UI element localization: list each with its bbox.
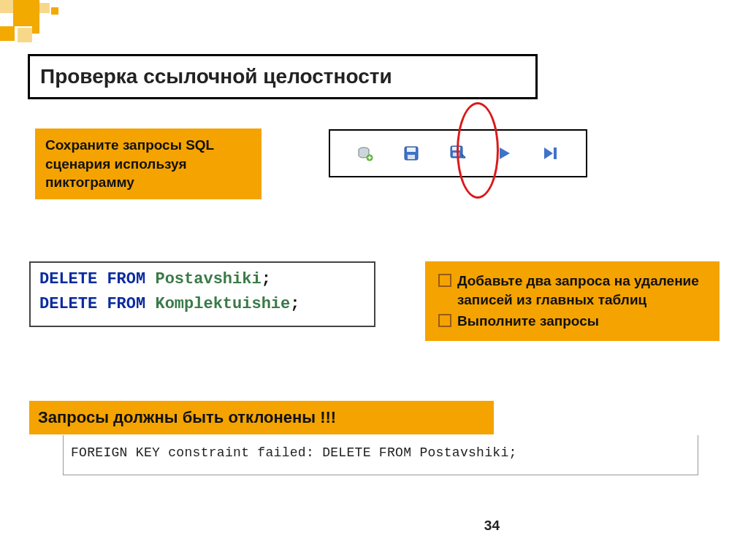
task-item: Добавьте два запроса на удаление записей… bbox=[435, 272, 709, 309]
svg-rect-10 bbox=[554, 147, 557, 159]
save-as-icon bbox=[449, 145, 467, 162]
svg-marker-9 bbox=[544, 147, 553, 159]
error-message: FOREIGN KEY constraint failed: DELETE FR… bbox=[63, 435, 698, 475]
reject-header: Запросы должны быть отклонены !!! bbox=[29, 401, 494, 434]
svg-rect-7 bbox=[453, 153, 459, 156]
slide-title: Проверка ссылочной целостности bbox=[28, 54, 538, 99]
svg-marker-8 bbox=[500, 147, 510, 159]
svg-rect-3 bbox=[407, 147, 416, 152]
sql-keyword: DELETE FROM bbox=[39, 270, 145, 288]
sql-keyword: DELETE FROM bbox=[39, 295, 145, 313]
db-add-icon bbox=[356, 145, 374, 162]
toolbar-screenshot bbox=[329, 129, 587, 177]
task-list: Добавьте два запроса на удаление записей… bbox=[425, 261, 720, 341]
svg-rect-4 bbox=[408, 155, 415, 159]
sql-table: Komplektuishie bbox=[155, 295, 290, 313]
play-icon bbox=[496, 145, 514, 162]
task-item: Выполните запросы bbox=[435, 312, 709, 331]
sql-code: DELETE FROM Postavshiki; DELETE FROM Kom… bbox=[29, 261, 375, 327]
sql-line: DELETE FROM Postavshiki; bbox=[39, 267, 365, 292]
corner-decoration bbox=[0, 0, 80, 51]
sql-table: Postavshiki bbox=[155, 270, 261, 288]
svg-rect-6 bbox=[452, 147, 460, 150]
sql-terminator: ; bbox=[262, 270, 271, 288]
save-icon bbox=[402, 145, 420, 162]
slide: Проверка ссылочной целостности Сохраните… bbox=[0, 0, 748, 560]
sql-line: DELETE FROM Komplektuishie; bbox=[39, 292, 365, 317]
page-number: 34 bbox=[484, 518, 500, 534]
sql-terminator: ; bbox=[290, 295, 299, 313]
play-end-icon bbox=[542, 145, 560, 162]
instruction-save: Сохраните запросы SQL сценария используя… bbox=[35, 129, 262, 199]
